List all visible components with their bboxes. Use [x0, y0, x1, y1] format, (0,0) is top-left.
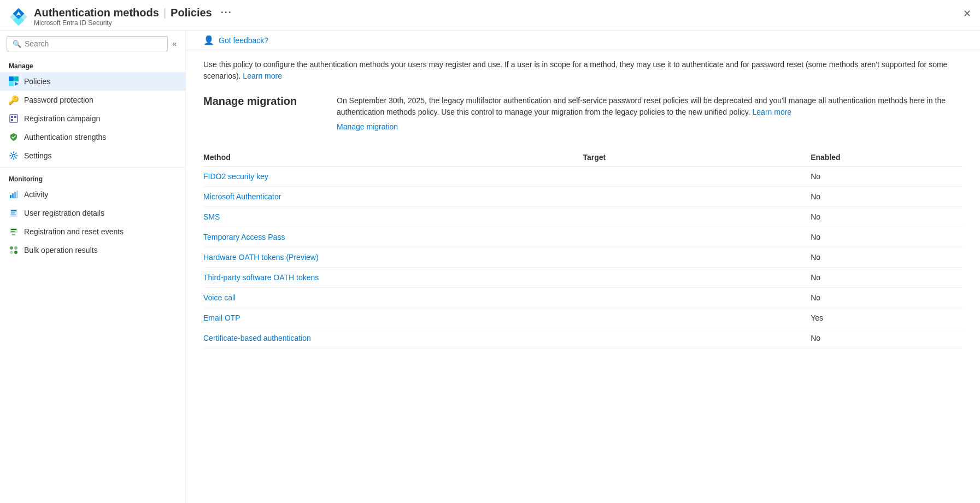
method-link-6[interactable]: Voice call [203, 293, 236, 302]
svg-rect-21 [11, 215, 16, 216]
method-name-cell: FIDO2 security key [203, 167, 583, 187]
collapse-sidebar-button[interactable]: « [170, 37, 179, 50]
description-body: Use this policy to configure the authent… [203, 60, 947, 80]
method-target-cell [583, 268, 811, 288]
sidebar-item-authentication-strengths[interactable]: Authentication strengths [0, 128, 185, 146]
sidebar: 🔍 « Manage Policies 🔑 [0, 31, 186, 503]
table-row: Voice call No [203, 288, 963, 308]
main-content: 👤 Got feedback? Use this policy to confi… [186, 31, 980, 503]
method-link-2[interactable]: SMS [203, 212, 220, 221]
svg-point-28 [10, 251, 13, 254]
table-row: FIDO2 security key No [203, 167, 963, 187]
svg-rect-22 [10, 228, 17, 233]
app-title-text: Authentication methods [34, 7, 159, 19]
app-logo-icon [9, 7, 28, 27]
method-name-cell: SMS [203, 207, 583, 227]
method-link-3[interactable]: Temporary Access Pass [203, 233, 285, 241]
sidebar-item-registration-campaign[interactable]: Registration campaign [0, 109, 185, 128]
svg-point-27 [14, 246, 17, 250]
table-row: Third-party software OATH tokens No [203, 268, 963, 288]
method-name-cell: Email OTP [203, 308, 583, 328]
svg-rect-16 [14, 192, 16, 198]
sidebar-item-activity[interactable]: Activity [0, 185, 185, 204]
sidebar-item-bulk-operation-results[interactable]: Bulk operation results [0, 241, 185, 259]
svg-rect-23 [11, 229, 16, 230]
method-enabled-cell: No [811, 268, 963, 288]
svg-point-29 [14, 251, 17, 254]
sidebar-item-registration-reset-events-label: Registration and reset events [24, 227, 124, 236]
svg-point-26 [10, 246, 13, 250]
method-name-cell: Temporary Access Pass [203, 227, 583, 247]
method-link-5[interactable]: Third-party software OATH tokens [203, 273, 319, 282]
sidebar-item-registration-reset-events[interactable]: Registration and reset events [0, 222, 185, 241]
svg-rect-19 [11, 210, 16, 211]
method-enabled-cell: No [811, 167, 963, 187]
methods-table: Method Target Enabled FIDO2 security key… [203, 149, 963, 348]
svg-rect-20 [11, 212, 15, 214]
description-text: Use this policy to configure the authent… [203, 59, 963, 82]
sidebar-item-policies-label: Policies [24, 77, 50, 86]
method-target-cell [583, 247, 811, 268]
method-enabled-cell: No [811, 288, 963, 308]
settings-icon [9, 151, 19, 161]
svg-rect-6 [14, 76, 19, 81]
method-name-cell: Certificate-based authentication [203, 328, 583, 348]
method-enabled-cell: Yes [811, 308, 963, 328]
svg-rect-17 [16, 191, 18, 198]
user-registration-details-icon [9, 208, 19, 218]
sidebar-item-password-protection[interactable]: 🔑 Password protection [0, 91, 185, 109]
password-protection-icon: 🔑 [9, 95, 19, 105]
sidebar-item-registration-campaign-label: Registration campaign [24, 114, 100, 123]
manage-migration-link[interactable]: Manage migration [337, 122, 398, 131]
method-link-1[interactable]: Microsoft Authenticator [203, 192, 281, 201]
svg-rect-10 [11, 116, 13, 118]
method-link-4[interactable]: Hardware OATH tokens (Preview) [203, 253, 319, 262]
method-link-8[interactable]: Certificate-based authentication [203, 334, 311, 342]
header-more-options[interactable]: ··· [221, 7, 232, 19]
migration-title: Manage migration [203, 95, 324, 108]
sidebar-item-settings[interactable]: Settings [0, 146, 185, 165]
search-input[interactable] [25, 39, 162, 48]
learn-more-link-2[interactable]: Learn more [753, 108, 792, 116]
method-link-0[interactable]: FIDO2 security key [203, 172, 268, 181]
migration-section: Manage migration On September 30th, 2025… [203, 95, 963, 131]
sidebar-item-user-registration-details[interactable]: User registration details [0, 204, 185, 222]
learn-more-link-1[interactable]: Learn more [243, 72, 282, 80]
table-row: Temporary Access Pass No [203, 227, 963, 247]
method-target-cell [583, 328, 811, 348]
registration-reset-events-icon [9, 227, 19, 236]
activity-icon [9, 190, 19, 199]
method-target-cell [583, 288, 811, 308]
table-header: Method Target Enabled [203, 149, 963, 167]
table-body: FIDO2 security key No Microsoft Authenti… [203, 167, 963, 348]
sidebar-item-password-protection-label: Password protection [24, 96, 93, 104]
header-title: Authentication methods | Policies ··· [34, 7, 232, 19]
col-header-method: Method [203, 149, 583, 167]
main-inner: Use this policy to configure the authent… [186, 50, 980, 357]
method-name-cell: Voice call [203, 288, 583, 308]
header-pipe: | [163, 7, 166, 19]
method-link-7[interactable]: Email OTP [203, 313, 240, 322]
method-name-cell: Hardware OATH tokens (Preview) [203, 247, 583, 268]
svg-rect-7 [9, 82, 14, 86]
bulk-operation-results-icon [9, 245, 19, 255]
table-header-row: Method Target Enabled [203, 149, 963, 167]
sidebar-item-activity-label: Activity [24, 190, 48, 199]
authentication-strengths-icon [9, 132, 19, 142]
svg-rect-12 [14, 116, 16, 118]
method-name-cell: Microsoft Authenticator [203, 187, 583, 207]
sidebar-search-container: 🔍 « [0, 31, 185, 57]
manage-section-label: Manage [0, 57, 185, 72]
sidebar-divider [0, 167, 185, 168]
table-row: Hardware OATH tokens (Preview) No [203, 247, 963, 268]
method-enabled-cell: No [811, 227, 963, 247]
sidebar-item-policies[interactable]: Policies [0, 72, 185, 91]
method-target-cell [583, 167, 811, 187]
svg-point-13 [13, 155, 15, 157]
migration-content: On September 30th, 2025, the legacy mult… [337, 95, 963, 131]
feedback-bar[interactable]: 👤 Got feedback? [186, 31, 980, 50]
close-button[interactable]: ✕ [963, 8, 971, 20]
method-target-cell [583, 227, 811, 247]
svg-marker-8 [15, 82, 19, 86]
method-name-cell: Third-party software OATH tokens [203, 268, 583, 288]
